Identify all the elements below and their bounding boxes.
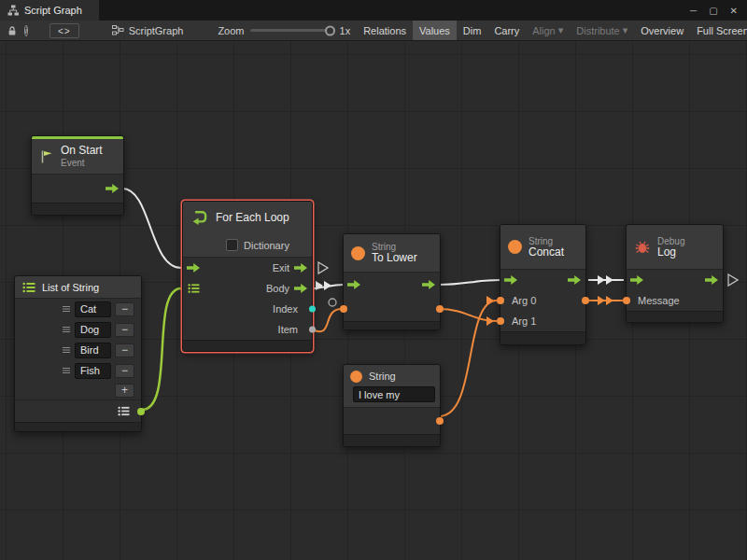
node-footer — [183, 340, 312, 351]
maximize-button[interactable]: ▢ — [709, 6, 717, 16]
port-row: Arg 0 — [500, 290, 585, 311]
grip-icon[interactable] — [62, 325, 71, 334]
grip-icon[interactable] — [62, 366, 71, 375]
node-header[interactable]: Debug Log — [627, 225, 723, 270]
node-header[interactable]: For Each Loop — [183, 202, 312, 233]
node-footer — [344, 321, 440, 329]
grip-icon[interactable] — [62, 304, 71, 314]
node-header[interactable]: String — [344, 365, 440, 408]
info-icon[interactable]: i — [24, 25, 28, 36]
node-footer — [32, 203, 123, 215]
node-for-each-loop[interactable]: For Each Loop Dictionary Exit Bod — [182, 201, 313, 352]
port-row: Item — [183, 319, 312, 340]
node-to-lower[interactable]: String To Lower — [343, 233, 441, 330]
arg0-input-port[interactable] — [497, 297, 504, 304]
lock-icon[interactable] — [7, 25, 18, 36]
node-title: On Start — [61, 145, 103, 157]
grip-icon[interactable] — [62, 345, 71, 355]
string-value-input[interactable] — [353, 386, 435, 402]
string-unit-icon — [508, 240, 522, 254]
bug-icon — [634, 240, 651, 255]
flow-input-port[interactable] — [187, 263, 201, 273]
fullscreen-button[interactable]: Full Screen — [690, 21, 747, 40]
result-output-port[interactable] — [436, 305, 444, 313]
result-output-port[interactable] — [582, 297, 589, 304]
zoom-value: 1x — [340, 25, 351, 36]
caret-down-icon: ▾ — [623, 24, 628, 36]
carry-label: Carry — [494, 25, 519, 36]
align-label: Align — [532, 25, 555, 36]
flow-output-port[interactable] — [568, 275, 582, 286]
node-debug-log[interactable]: Debug Log Message — [626, 224, 724, 323]
message-port-label: Message — [627, 295, 680, 306]
list-item-input[interactable] — [75, 363, 111, 379]
remove-item-button[interactable]: − — [115, 302, 134, 316]
zoom-slider-handle[interactable] — [325, 25, 335, 35]
dictionary-checkbox[interactable] — [226, 239, 238, 251]
close-button[interactable]: ✕ — [730, 6, 738, 16]
node-string-literal[interactable]: String — [343, 364, 441, 447]
node-category: String — [529, 236, 564, 246]
relations-button[interactable]: Relations — [357, 21, 413, 40]
add-item-button[interactable]: + — [115, 384, 134, 398]
node-on-start[interactable]: On Start Event — [31, 135, 124, 216]
align-button[interactable]: Align▾ — [526, 21, 570, 40]
item-output-port[interactable] — [309, 327, 316, 333]
zoom-control: Zoom 1x — [218, 25, 350, 36]
list-input-port[interactable] — [188, 284, 200, 294]
node-concat[interactable]: String Concat Arg 0 Arg 1 — [500, 224, 586, 345]
node-subtitle: Event — [61, 157, 103, 169]
overview-button[interactable]: Overview — [634, 21, 690, 40]
flow-input-port[interactable] — [347, 280, 361, 290]
flag-icon — [39, 149, 54, 164]
script-graph-tab[interactable]: Script Graph — [0, 0, 99, 21]
node-header[interactable]: On Start Event — [32, 139, 123, 175]
remove-item-button[interactable]: − — [115, 364, 134, 378]
flow-output-port[interactable] — [422, 280, 436, 290]
body-flow-output-port[interactable] — [294, 284, 308, 294]
flow-output-port[interactable] — [106, 184, 120, 194]
titlebar: Script Graph ─ ▢ ✕ — [0, 0, 747, 21]
node-list-of-string[interactable]: List of String − − − − + — [14, 275, 142, 432]
list-item-input[interactable] — [75, 343, 111, 358]
node-footer — [344, 434, 440, 446]
fullscreen-label: Full Screen — [697, 25, 747, 36]
exit-flow-output-port[interactable] — [294, 263, 308, 273]
list-item-input[interactable] — [75, 322, 111, 338]
graph-breadcrumb[interactable]: ScriptGraph — [112, 25, 184, 36]
item-port-label: Item — [278, 324, 312, 335]
list-add-row: + — [15, 381, 141, 399]
node-header[interactable]: String To Lower — [344, 234, 440, 273]
arg1-port-label: Arg 1 — [500, 315, 536, 327]
port-row — [344, 297, 440, 321]
code-view-button[interactable]: <> — [49, 23, 79, 38]
message-input-port[interactable] — [623, 297, 630, 304]
flow-input-port[interactable] — [630, 275, 644, 286]
node-header[interactable]: List of String — [15, 276, 141, 299]
dictionary-option-row: Dictionary — [183, 233, 312, 258]
flow-output-port[interactable] — [705, 275, 719, 286]
flow-input-port[interactable] — [504, 275, 518, 286]
node-header[interactable]: String Concat — [500, 225, 585, 270]
zoom-slider[interactable] — [250, 29, 334, 32]
port-row — [344, 273, 440, 297]
dim-button[interactable]: Dim — [457, 21, 488, 40]
remove-item-button[interactable]: − — [115, 323, 134, 337]
string-input-port[interactable] — [340, 305, 347, 313]
distribute-button[interactable]: Distribute▾ — [570, 21, 634, 40]
list-item-input[interactable] — [75, 301, 111, 317]
values-button[interactable]: Values — [413, 21, 457, 40]
node-title: Log — [657, 246, 684, 259]
port-row — [15, 399, 141, 422]
remove-item-button[interactable]: − — [115, 343, 134, 357]
index-output-port[interactable] — [309, 306, 316, 313]
string-unit-icon — [351, 246, 365, 260]
port-row — [627, 270, 723, 290]
arg1-input-port[interactable] — [497, 317, 504, 325]
value-output-port[interactable] — [436, 417, 444, 425]
carry-button[interactable]: Carry — [487, 21, 526, 40]
script-graph-window: Script Graph ─ ▢ ✕ i <> ScriptGraph — [0, 0, 747, 560]
minimize-button[interactable]: ─ — [690, 6, 697, 16]
tab-title: Script Graph — [24, 5, 82, 16]
list-output-port[interactable] — [137, 408, 145, 415]
